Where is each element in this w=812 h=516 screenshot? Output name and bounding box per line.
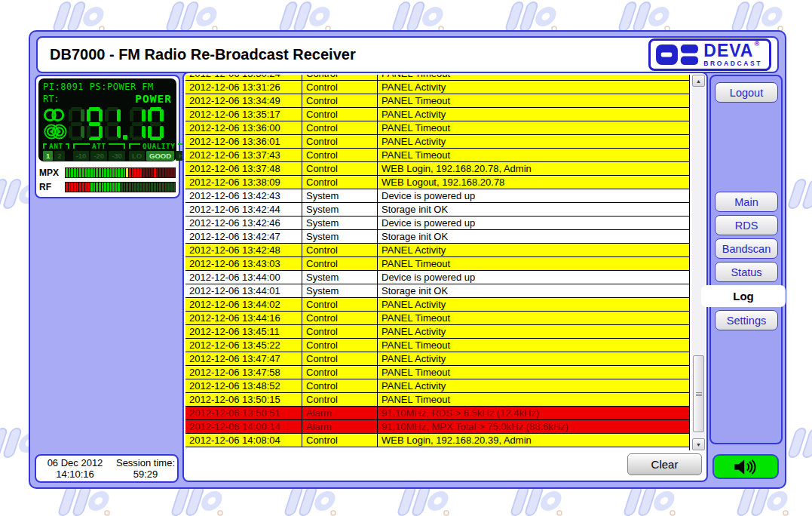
logout-button[interactable]: Logout: [715, 82, 778, 103]
log-message: PANEL Timeout: [378, 257, 689, 270]
log-time: 2012-12-06 13:35:17: [185, 108, 302, 121]
lcd-indicator-groups: ANT12ATT-10-20-30QUALITYLOGOODHI: [43, 143, 172, 161]
tab-settings[interactable]: Settings: [715, 310, 778, 330]
indicator-group-att: ATT-10-20-30: [73, 143, 125, 161]
tab-log-active[interactable]: Log: [701, 285, 786, 307]
table-row: 2012-12-06 13:35:17ControlPANEL Activity: [185, 108, 689, 121]
watermark-logo: [725, 484, 790, 516]
log-message: PANEL Activity: [378, 352, 689, 365]
meter-bar: [121, 183, 123, 192]
seven-segment-digit: [130, 107, 146, 140]
log-message: WEB Login, 192.168.20.78, Admin: [378, 162, 689, 175]
scrollbar-down-arrow-icon[interactable]: ▼: [692, 438, 705, 450]
meter-bar: [173, 168, 176, 177]
log-event: Control: [302, 339, 378, 352]
tab-bandscan[interactable]: Bandscan: [715, 238, 778, 259]
log-message: PANEL Timeout: [378, 121, 689, 134]
meter-bar: [165, 168, 167, 177]
tab-main[interactable]: Main: [715, 192, 778, 212]
log-time: 2012-12-06 13:44:02: [185, 298, 302, 311]
meter-bar: [170, 168, 173, 177]
log-event: System: [302, 217, 378, 229]
log-event: Control: [302, 94, 378, 107]
meter-bar: [162, 183, 164, 192]
log-time: 2012-12-06 13:42:43: [185, 189, 302, 202]
table-row: 2012-12-06 13:42:44SystemStorage init OK: [185, 203, 689, 217]
scrollbar-up-arrow-icon[interactable]: ▲: [692, 75, 705, 87]
meter-bar: [157, 168, 159, 177]
session-time-label: Session time:: [114, 457, 177, 468]
log-event: Control: [302, 162, 378, 175]
table-row: 2012-12-06 13:50:51Alarm91.10MHz, RDS > …: [185, 407, 689, 420]
segment: [69, 109, 72, 121]
logo-text: DEVA® BROADCAST: [703, 42, 762, 67]
table-row: 2012-12-06 13:43:03ControlPANEL Timeout: [185, 257, 689, 271]
log-time: 2012-12-06 13:47:47: [185, 352, 302, 365]
meter-bar: [134, 183, 136, 192]
meter-bar: [167, 168, 170, 177]
table-row: 2012-12-06 14:08:04ControlWEB Login, 192…: [185, 434, 689, 447]
meter-bar: [69, 168, 71, 177]
meter-bar: [74, 183, 76, 192]
log-panel: 2012-12-06 13:30:24ControlPANEL Timeout2…: [182, 72, 708, 482]
log-time: 2012-12-06 14:08:04: [185, 434, 302, 447]
table-row: 2012-12-06 13:42:46SystemDevice is power…: [185, 217, 689, 230]
log-event: Control: [302, 108, 378, 121]
log-event: System: [302, 230, 378, 243]
log-message: PANEL Activity: [378, 135, 689, 148]
audio-monitor-button[interactable]: [712, 454, 779, 479]
table-row: 2012-12-06 13:44:01SystemStorage init OK: [185, 284, 689, 298]
scrollbar-thumb[interactable]: [693, 355, 704, 432]
segment: [132, 137, 143, 140]
meter-bar: [132, 183, 134, 192]
meter-bar: [134, 168, 136, 177]
tab-rds[interactable]: RDS: [715, 215, 778, 235]
meter-bar: [79, 183, 81, 192]
log-message: Storage init OK: [378, 230, 689, 243]
log-message: WEB Logout, 192.168.20.78: [378, 176, 689, 189]
tab-status[interactable]: Status: [715, 262, 778, 282]
log-event: Control: [302, 393, 378, 406]
segment: [150, 122, 161, 126]
meter-bar: [77, 183, 79, 192]
meter-bar: [124, 168, 126, 177]
log-scrollbar[interactable]: ▲ ▼: [692, 75, 705, 450]
meter-bar: [79, 168, 81, 177]
meter-bar: [90, 183, 93, 192]
clear-log-button[interactable]: Clear: [627, 453, 702, 475]
segment: [99, 109, 103, 121]
level-meters: MPX RF: [39, 164, 176, 193]
meter-bar: [126, 168, 128, 177]
log-event: Control: [302, 75, 378, 80]
indicator-group-label: ATT: [73, 143, 125, 149]
meter-bar: [110, 183, 112, 192]
segment: [160, 109, 164, 121]
indicator-group-quality: QUALITYLOGOODHI: [129, 143, 189, 161]
log-event: Alarm: [302, 420, 378, 433]
log-time: 2012-12-06 13:37:43: [185, 149, 302, 161]
indicator-good: GOOD: [146, 151, 174, 161]
meter-bar: [129, 168, 131, 177]
meter-bar: [140, 183, 142, 192]
lcd-frequency-area: [43, 106, 172, 141]
indicator-group-label: ANT: [43, 143, 69, 149]
segment: [71, 122, 82, 126]
log-message: Device is powered up: [378, 271, 689, 284]
current-time: 14:10:16: [36, 468, 114, 480]
meter-bar: [112, 183, 115, 192]
lcd-pi-ps-line: PI:8091 PS:POWER FM: [43, 81, 172, 92]
indicator-group-label: QUALITY: [129, 143, 189, 149]
table-row: 2012-12-06 13:34:49ControlPANEL Timeout: [185, 94, 689, 108]
segment: [105, 109, 109, 121]
meter-bar: [162, 168, 164, 177]
log-message: PANEL Timeout: [378, 94, 689, 107]
meter-bar: [173, 183, 176, 192]
meter-bar: [121, 168, 123, 177]
table-row: 2012-12-06 13:36:00ControlPANEL Timeout: [185, 121, 689, 135]
current-date: 06 Dec 2012: [36, 457, 114, 468]
indicator--20: -20: [90, 151, 107, 161]
table-row: 2012-12-06 14:00:14Alarm91.10MHz, MPX To…: [185, 420, 689, 434]
meter-bar: [137, 183, 139, 192]
meter-bar: [146, 183, 148, 192]
log-time: 2012-12-06 13:50:15: [185, 393, 302, 406]
